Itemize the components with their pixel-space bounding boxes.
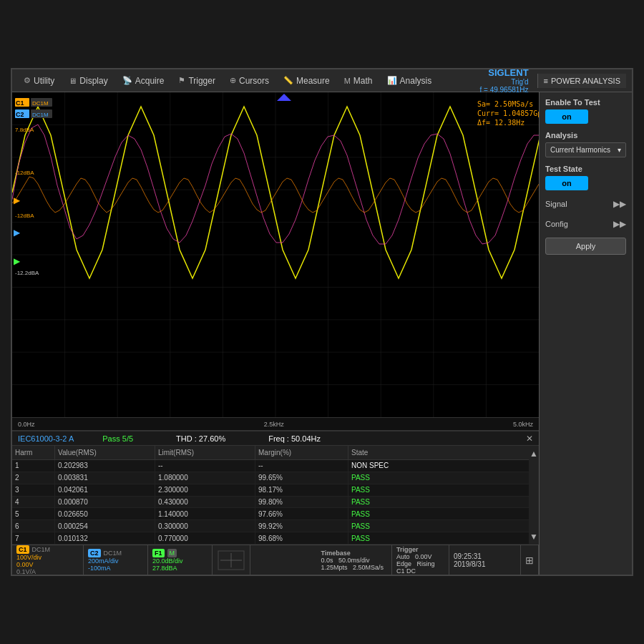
col-limit: Limit(RMS) (155, 446, 255, 459)
x-axis-left: 0.0Hz (18, 421, 35, 428)
svg-text:DC1M: DC1M (32, 112, 49, 118)
cursors-label: Cursors (239, 76, 269, 86)
col-value: Value(RMS) (55, 446, 155, 459)
brand-name: SIGLENT (488, 67, 528, 78)
menu-cursors[interactable]: ⊕ Cursors (224, 74, 275, 88)
cell-limit: 1.140000 (155, 508, 255, 519)
f1-label: F1 (152, 549, 165, 557)
table-row: 3 0.042061 2.300000 98.17% PASS (12, 484, 539, 497)
measure-label: Measure (296, 76, 330, 86)
results-close-btn[interactable]: ✕ (526, 434, 533, 444)
analysis-label: Analysis (400, 76, 432, 86)
test-state-toggle[interactable]: on (545, 176, 588, 190)
analysis-label: Analysis (545, 131, 626, 140)
menu-display[interactable]: 🖥 Display (63, 74, 113, 88)
ch2-vdiv: 200mA/div (88, 557, 143, 565)
grid-icon: ⊞ (525, 555, 534, 566)
cell-margin: 99.80% (255, 497, 348, 508)
grid-icon-cell[interactable]: ⊞ (521, 545, 539, 575)
results-area: IEC61000-3-2 A Pass 5/5 THD : 27.60% Fre… (12, 430, 539, 545)
cell-limit: 0.430000 (155, 497, 255, 508)
results-table: Harm Value(RMS) Limit(RMS) Margin(%) Sta… (12, 446, 539, 545)
apply-button[interactable]: Apply (545, 238, 626, 255)
cell-state: PASS (348, 472, 539, 484)
config-link[interactable]: Config ▶▶ (545, 218, 626, 230)
cell-harm: 3 (12, 484, 55, 496)
menu-analysis[interactable]: 📊 Analysis (381, 74, 438, 88)
cell-limit: -- (155, 460, 255, 472)
cell-margin: 98.17% (255, 484, 348, 496)
menu-utility[interactable]: ⚙ Utility (18, 74, 60, 88)
cell-value: 0.003831 (55, 472, 155, 484)
timebase-pts: 1.25Mpts 2.50MSa/s (321, 564, 388, 571)
waveform-svg: Sa= 2.50MSa/s Curr= 1.04857Gpts Δf= 12.3… (12, 92, 539, 417)
cell-harm: 7 (12, 532, 55, 544)
right-panel: Enable To Test on Analysis Current Harmo… (539, 92, 632, 575)
cell-margin: 98.68% (255, 532, 348, 544)
x-axis-center: 2.5kHz (264, 421, 284, 428)
results-header: IEC61000-3-2 A Pass 5/5 THD : 27.60% Fre… (12, 431, 539, 446)
scroll-up[interactable]: ▲ (530, 449, 538, 459)
cell-state: NON SPEC (348, 460, 539, 472)
enable-toggle[interactable]: on (545, 109, 588, 124)
status-bar: C1 DC1M 100V/div 0.00V 0.1V/A C2 DC1M 20… (12, 545, 539, 575)
analysis-value: Current Harmonics (550, 146, 610, 154)
signal-link[interactable]: Signal ▶▶ (545, 197, 626, 210)
ch2-coupling: DC1M (104, 550, 122, 557)
ch1-vdiv: 100V/div (16, 554, 79, 561)
svg-text:C1: C1 (16, 99, 24, 107)
menu-bar: ⚙ Utility 🖥 Display 📡 Acquire ⚑ Trigger … (12, 69, 632, 92)
cell-margin: 99.65% (255, 472, 348, 484)
signal-arrow-icon: ▶▶ (613, 199, 626, 209)
acquire-label: Acquire (135, 76, 165, 86)
svg-text:Curr= 1.04857Gpts: Curr= 1.04857Gpts (477, 109, 539, 117)
ch1-ratio: 0.1V/A (16, 568, 79, 575)
table-row: 2 0.003831 1.080000 99.65% PASS (12, 472, 539, 484)
ch2-offset: -100mA (88, 565, 143, 572)
cell-limit: 1.080000 (155, 472, 255, 484)
results-pass: Pass 5/5 (102, 434, 133, 443)
trigger-mode: Edge Rising (396, 560, 444, 567)
cell-harm: 2 (12, 472, 55, 484)
cell-limit: 0.770000 (155, 532, 255, 544)
cell-value: 0.000870 (55, 497, 155, 508)
x-axis-right: 5.0kHz (513, 421, 533, 428)
svg-text:-12dBA: -12dBA (15, 170, 34, 176)
scroll-down[interactable]: ▼ (530, 532, 538, 542)
svg-text:▶: ▶ (14, 195, 21, 205)
menu-measure[interactable]: 📏 Measure (278, 74, 336, 88)
dropdown-arrow-icon: ▾ (618, 146, 621, 154)
cell-margin: -- (255, 460, 348, 472)
measure-icon: 📏 (283, 76, 293, 85)
config-arrow-icon: ▶▶ (613, 219, 626, 229)
signal-label: Signal (545, 200, 567, 208)
svg-text:Δf= 12.38Hz: Δf= 12.38Hz (477, 119, 525, 127)
table-header: Harm Value(RMS) Limit(RMS) Margin(%) Sta… (12, 446, 539, 460)
ch1-offset: 0.00V (16, 561, 79, 568)
cell-harm: 5 (12, 508, 55, 519)
svg-text:-12dBA: -12dBA (15, 213, 34, 219)
power-analysis-label: POWER ANALYSIS (551, 77, 620, 85)
trigger-label: Trigger (396, 546, 444, 553)
menu-trigger[interactable]: ⚑ Trigger (172, 74, 221, 88)
scope-area: Sa= 2.50MSa/s Curr= 1.04857Gpts Δf= 12.3… (12, 92, 539, 575)
menu-acquire[interactable]: 📡 Acquire (117, 74, 170, 88)
f1-cell: F1 M 20.0dB/div 27.8dBA (148, 545, 213, 575)
results-thd: THD : 27.60% (176, 434, 225, 443)
analysis-dropdown[interactable]: Current Harmonics ▾ (545, 142, 626, 157)
main-content: Sa= 2.50MSa/s Curr= 1.04857Gpts Δf= 12.3… (12, 92, 632, 575)
ch1-coupling: DC1M (32, 546, 51, 553)
cell-state: PASS (348, 484, 539, 496)
table-row: 1 0.202983 -- -- NON SPEC (12, 460, 539, 472)
waveform-area: Sa= 2.50MSa/s Curr= 1.04857Gpts Δf= 12.3… (12, 92, 539, 417)
math-symbol-svg (217, 550, 245, 571)
menu-math[interactable]: M Math (338, 74, 379, 88)
trig-state: Trig'd (511, 78, 528, 86)
display-label: Display (79, 76, 107, 86)
cell-harm: 1 (12, 460, 55, 472)
power-analysis-title: ≡ POWER ANALYSIS (537, 74, 626, 88)
test-state-label: Test State (545, 165, 626, 173)
x-axis: 0.0Hz 2.5kHz 5.0kHz (12, 417, 539, 430)
cursors-icon: ⊕ (230, 76, 236, 85)
cell-state: PASS (348, 532, 539, 544)
